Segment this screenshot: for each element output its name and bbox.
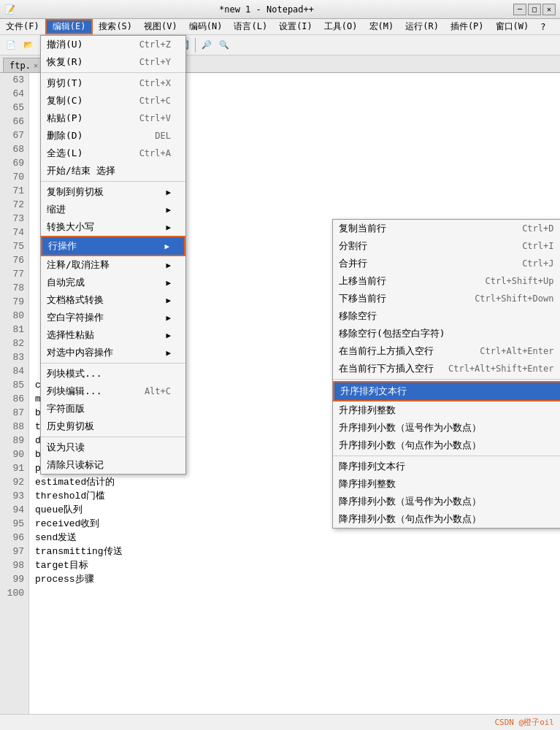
edit-menu-item-beginend[interactable]: 开始/结束 选择 — [41, 162, 185, 180]
menu-item-label: 撤消(U) — [47, 38, 83, 51]
edit-menu-item-paste[interactable]: 粘贴(P)Ctrl+V — [41, 110, 185, 127]
edit-menu-item-fmtconv[interactable]: 文档格式转换▶ — [41, 291, 185, 309]
lineop-submenu-item-sortdesc[interactable]: 降序排列文本行 — [333, 458, 560, 475]
edit-menu-item-coledit[interactable]: 列块编辑...Alt+C — [41, 383, 185, 400]
submenu-item-shortcut: Ctrl+I — [522, 241, 553, 251]
edit-menu-item-redo[interactable]: 恢复(R)Ctrl+Y — [41, 53, 185, 71]
lineop-submenu-item-copyline[interactable]: 复制当前行Ctrl+D — [333, 220, 560, 237]
edit-menu-item-selectall[interactable]: 全选(L)Ctrl+A — [41, 145, 185, 162]
menu-item-settings[interactable]: 设置(I) — [273, 19, 318, 34]
edit-menu-item-lineop[interactable]: 行操作▶ — [41, 236, 185, 256]
dropdown-container: 撤消(U)Ctrl+Z恢复(R)Ctrl+Y剪切(T)Ctrl+X复制(C)Ct… — [40, 35, 332, 474]
edit-menu-item-colmode[interactable]: 列块模式... — [41, 365, 185, 383]
lineop-submenu-item-splitline[interactable]: 分割行Ctrl+I — [333, 237, 560, 255]
menu-item-tools[interactable]: 工具(O) — [318, 19, 364, 34]
code-line: send发送 — [35, 531, 554, 545]
lineop-submenu-item-sortdescdeccomma[interactable]: 降序排列小数（逗号作为小数点） — [333, 493, 560, 510]
edit-menu-item-comment[interactable]: 注释/取消注释▶ — [41, 256, 185, 274]
menu-item-label: 复制到剪切板 — [47, 185, 104, 199]
lineop-submenu-item-moveup[interactable]: 上移当前行Ctrl+Shift+Up — [333, 272, 560, 290]
line-number: 94 — [4, 503, 24, 517]
line-number: 75 — [4, 239, 24, 253]
menu-item-edit[interactable]: 编辑(E) — [45, 19, 93, 34]
line-number: 72 — [4, 198, 24, 212]
line-number: 78 — [4, 281, 24, 295]
lineop-submenu-item-sortascdeccomma[interactable]: 升序排列小数（逗号作为小数点） — [333, 419, 560, 437]
menu-item-help[interactable]: ? — [534, 19, 551, 34]
edit-menu-item-charpage[interactable]: 字符面版 — [41, 400, 185, 418]
line-number: 63 — [4, 73, 24, 87]
menu-item-window[interactable]: 窗口(W) — [490, 19, 535, 34]
minimize-button[interactable]: ─ — [513, 4, 526, 15]
menu-separator — [41, 181, 185, 182]
menu-item-label: 恢复(R) — [47, 55, 83, 69]
edit-menu-item-undo[interactable]: 撤消(U)Ctrl+Z — [41, 36, 185, 53]
submenu-item-shortcut: Ctrl+Alt+Enter — [480, 346, 553, 356]
menu-item-shortcut: Ctrl+C — [139, 96, 171, 106]
line-number: 82 — [4, 337, 24, 350]
menu-item-label: 缩进 — [47, 203, 66, 216]
submenu-item-label: 升序排列小数（句点作为小数点） — [339, 439, 481, 452]
window-controls: ─ □ ✕ — [513, 4, 556, 15]
status-csdn: CSDN @橙子oil — [494, 717, 554, 728]
lineop-submenu-item-removeblanks[interactable]: 移除空行 — [333, 307, 560, 325]
lineop-submenu-item-movedown[interactable]: 下移当前行Ctrl+Shift+Down — [333, 290, 560, 307]
line-number: 83 — [4, 350, 24, 364]
menu-separator — [41, 437, 185, 437]
line-number: 86 — [4, 392, 24, 406]
line-number: 88 — [4, 420, 24, 434]
edit-menu-item-caseconv[interactable]: 转换大小写▶ — [41, 218, 185, 236]
menu-item-encode[interactable]: 编码(N) — [183, 19, 229, 34]
maximize-button[interactable]: □ — [528, 4, 541, 15]
menu-item-plugin[interactable]: 插件(P) — [445, 19, 490, 34]
lineop-submenu-item-sortdescint[interactable]: 降序排列整数 — [333, 475, 560, 493]
menu-item-language[interactable]: 语言(L) — [228, 19, 273, 34]
submenu-item-label: 上移当前行 — [339, 274, 386, 288]
submenu-separator — [333, 456, 560, 456]
edit-menu-item-indent[interactable]: 缩进▶ — [41, 201, 185, 218]
lineop-submenu-item-removeblanksws[interactable]: 移除空行(包括空白字符) — [333, 325, 560, 342]
menu-bar: 文件(F)编辑(E)搜索(S)视图(V)编码(N)语言(L)设置(I)工具(O)… — [0, 19, 560, 35]
submenu-item-label: 在当前行上方插入空行 — [339, 345, 434, 358]
lineop-submenu-item-sortascint[interactable]: 升序排列整数 — [333, 402, 560, 419]
menu-item-label: 对选中内容操作 — [47, 346, 113, 359]
edit-menu-item-selop[interactable]: 对选中内容操作▶ — [41, 344, 185, 361]
submenu-arrow-icon: ▶ — [164, 242, 169, 251]
lineop-submenu-item-sortdescdecperiod[interactable]: 降序排列小数（句点作为小数点） — [333, 510, 560, 528]
edit-menu-item-autocomplete[interactable]: 自动完成▶ — [41, 274, 185, 291]
lineop-submenu-item-insblankabove[interactable]: 在当前行上方插入空行Ctrl+Alt+Enter — [333, 342, 560, 360]
open-button[interactable]: 📂 — [20, 37, 37, 53]
lineop-submenu-item-insblankbelow[interactable]: 在当前行下方插入空行Ctrl+Alt+Shift+Enter — [333, 360, 560, 377]
new-button[interactable]: 📄 — [3, 37, 19, 53]
lineop-submenu-item-joinline[interactable]: 合并行Ctrl+J — [333, 255, 560, 272]
tab-close-icon[interactable]: ✕ — [34, 61, 38, 69]
menu-item-macro[interactable]: 宏(M) — [364, 19, 400, 34]
edit-menu-item-selpaste[interactable]: 选择性粘贴▶ — [41, 326, 185, 344]
menu-item-run[interactable]: 运行(R) — [399, 19, 445, 34]
code-line: transmitting传送 — [35, 545, 554, 558]
submenu-item-label: 下移当前行 — [339, 292, 386, 305]
line-number: 79 — [4, 295, 24, 309]
edit-menu-item-clearreadonly[interactable]: 清除只读标记 — [41, 456, 185, 474]
menu-item-file[interactable]: 文件(F) — [0, 19, 45, 34]
menu-item-view[interactable]: 视图(V) — [138, 19, 183, 34]
edit-menu-item-whitespace[interactable]: 空白字符操作▶ — [41, 309, 185, 326]
lineop-submenu-item-sortasc[interactable]: 升序排列文本行 — [333, 381, 560, 402]
edit-menu-item-readonly[interactable]: 设为只读 — [41, 439, 185, 456]
edit-menu-item-cut[interactable]: 剪切(T)Ctrl+X — [41, 74, 185, 92]
menu-separator — [41, 72, 185, 73]
status-bar: CSDN @橙子oil — [0, 714, 560, 730]
edit-menu-item-delete[interactable]: 删除(D)DEL — [41, 127, 185, 145]
edit-menu-item-copy[interactable]: 复制(C)Ctrl+C — [41, 92, 185, 110]
tab-ftp.[interactable]: ftp.✕ — [3, 58, 45, 72]
submenu-item-label: 降序排列文本行 — [339, 460, 405, 473]
submenu-arrow-icon: ▶ — [166, 313, 171, 323]
menu-item-search[interactable]: 搜索(S) — [93, 19, 138, 34]
close-button[interactable]: ✕ — [542, 4, 556, 15]
app-icon: 📝 — [4, 4, 15, 15]
lineop-submenu-item-sortascdecperiod[interactable]: 升序排列小数（句点作为小数点） — [333, 437, 560, 454]
code-line: target目标 — [35, 558, 554, 572]
edit-menu-item-copytoclip[interactable]: 复制到剪切板▶ — [41, 183, 185, 201]
submenu-item-shortcut: Ctrl+J — [522, 258, 553, 269]
edit-menu-item-history[interactable]: 历史剪切板 — [41, 418, 185, 435]
